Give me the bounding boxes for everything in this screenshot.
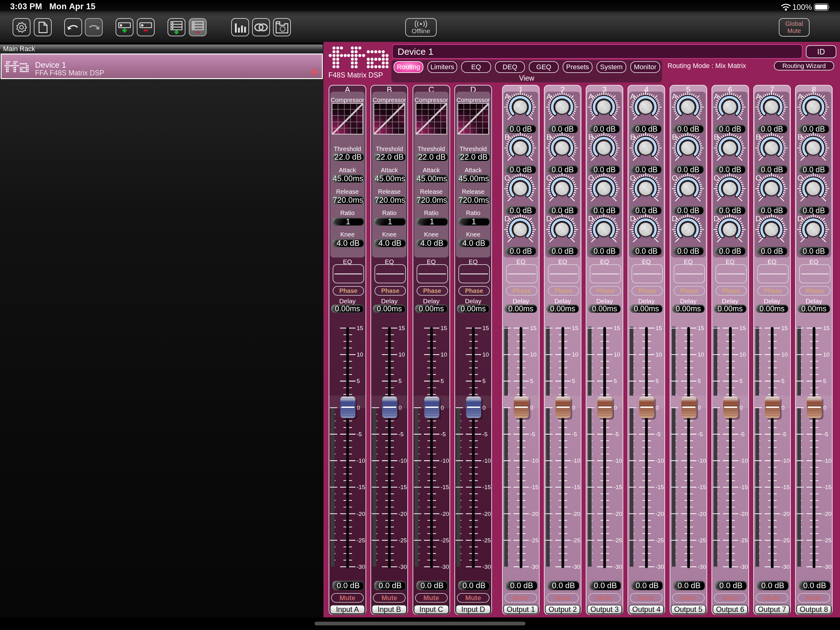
svg-text:-20: -20 bbox=[441, 511, 449, 517]
svg-text:-30: -30 bbox=[739, 564, 748, 570]
svg-text:-10: -10 bbox=[614, 457, 622, 464]
svg-text:-5: -5 bbox=[614, 431, 619, 437]
svg-text:-5: -5 bbox=[398, 431, 404, 437]
svg-text:-20: -20 bbox=[739, 511, 748, 517]
svg-text:-30: -30 bbox=[655, 564, 664, 570]
svg-text:0: 0 bbox=[781, 405, 785, 411]
svg-text:-20: -20 bbox=[698, 511, 706, 517]
svg-text:0: 0 bbox=[398, 405, 402, 411]
svg-text:-15: -15 bbox=[781, 484, 789, 490]
svg-text:5: 5 bbox=[823, 378, 826, 384]
svg-text:5: 5 bbox=[572, 378, 575, 384]
svg-text:-10: -10 bbox=[572, 457, 580, 464]
svg-text:-20: -20 bbox=[482, 511, 491, 517]
svg-text:-15: -15 bbox=[530, 484, 538, 490]
svg-text:-25: -25 bbox=[655, 537, 664, 544]
svg-text:10: 10 bbox=[482, 351, 489, 358]
svg-text:-25: -25 bbox=[530, 537, 538, 544]
svg-text:15: 15 bbox=[823, 325, 829, 331]
svg-text:15: 15 bbox=[698, 325, 704, 331]
svg-text:-10: -10 bbox=[530, 457, 538, 464]
svg-text:-30: -30 bbox=[781, 564, 789, 570]
svg-text:15: 15 bbox=[614, 325, 620, 331]
svg-text:15: 15 bbox=[530, 325, 537, 331]
svg-text:-25: -25 bbox=[398, 537, 407, 544]
svg-text:5: 5 bbox=[530, 378, 534, 384]
svg-text:10: 10 bbox=[572, 351, 578, 358]
svg-text:-30: -30 bbox=[698, 564, 706, 570]
svg-text:-30: -30 bbox=[482, 564, 491, 570]
svg-text:0: 0 bbox=[739, 405, 743, 411]
svg-text:-30: -30 bbox=[357, 564, 365, 570]
svg-text:-20: -20 bbox=[614, 511, 622, 517]
svg-text:5: 5 bbox=[614, 378, 617, 384]
svg-text:0: 0 bbox=[655, 405, 659, 411]
svg-text:-10: -10 bbox=[739, 457, 748, 464]
svg-text:-20: -20 bbox=[398, 511, 407, 517]
svg-text:-25: -25 bbox=[614, 537, 622, 544]
svg-text:5: 5 bbox=[357, 378, 360, 384]
svg-text:10: 10 bbox=[614, 351, 620, 358]
svg-text:0: 0 bbox=[698, 405, 701, 411]
svg-text:0: 0 bbox=[572, 405, 575, 411]
svg-text:-10: -10 bbox=[655, 457, 664, 464]
svg-text:-25: -25 bbox=[441, 537, 449, 544]
svg-text:-25: -25 bbox=[572, 537, 580, 544]
svg-text:5: 5 bbox=[482, 378, 486, 384]
svg-text:0: 0 bbox=[441, 405, 444, 411]
svg-text:15: 15 bbox=[655, 325, 662, 331]
svg-text:-30: -30 bbox=[441, 564, 449, 570]
svg-text:0: 0 bbox=[530, 405, 534, 411]
svg-text:-15: -15 bbox=[739, 484, 748, 490]
svg-text:-15: -15 bbox=[482, 484, 491, 490]
svg-text:-30: -30 bbox=[530, 564, 538, 570]
svg-text:-25: -25 bbox=[357, 537, 365, 544]
svg-text:-15: -15 bbox=[572, 484, 580, 490]
svg-text:0: 0 bbox=[614, 405, 617, 411]
svg-text:5: 5 bbox=[398, 378, 402, 384]
svg-text:-30: -30 bbox=[572, 564, 580, 570]
svg-text:-25: -25 bbox=[482, 537, 491, 544]
svg-text:10: 10 bbox=[823, 351, 829, 358]
svg-text:-15: -15 bbox=[698, 484, 706, 490]
svg-text:10: 10 bbox=[530, 351, 537, 358]
svg-text:-5: -5 bbox=[739, 431, 745, 437]
svg-text:15: 15 bbox=[398, 325, 405, 331]
svg-text:-20: -20 bbox=[357, 511, 365, 517]
svg-text:0: 0 bbox=[482, 405, 486, 411]
svg-text:-20: -20 bbox=[530, 511, 538, 517]
svg-text:5: 5 bbox=[698, 378, 701, 384]
svg-text:-10: -10 bbox=[698, 457, 706, 464]
svg-text:10: 10 bbox=[441, 351, 447, 358]
svg-text:5: 5 bbox=[655, 378, 659, 384]
svg-text:5: 5 bbox=[739, 378, 743, 384]
svg-text:-5: -5 bbox=[441, 431, 446, 437]
svg-text:-15: -15 bbox=[441, 484, 449, 490]
svg-text:15: 15 bbox=[357, 325, 363, 331]
svg-text:10: 10 bbox=[655, 351, 662, 358]
svg-text:0: 0 bbox=[823, 405, 826, 411]
svg-text:-30: -30 bbox=[614, 564, 622, 570]
svg-text:-20: -20 bbox=[655, 511, 664, 517]
svg-text:10: 10 bbox=[739, 351, 746, 358]
svg-text:-5: -5 bbox=[357, 431, 362, 437]
svg-text:-25: -25 bbox=[698, 537, 706, 544]
svg-text:-10: -10 bbox=[357, 457, 365, 464]
svg-text:-5: -5 bbox=[482, 431, 488, 437]
svg-text:10: 10 bbox=[698, 351, 704, 358]
svg-text:-15: -15 bbox=[357, 484, 365, 490]
svg-text:-25: -25 bbox=[739, 537, 748, 544]
svg-text:10: 10 bbox=[398, 351, 405, 358]
svg-text:-30: -30 bbox=[823, 564, 831, 570]
svg-text:-15: -15 bbox=[614, 484, 622, 490]
svg-text:15: 15 bbox=[781, 325, 788, 331]
svg-text:-5: -5 bbox=[655, 431, 661, 437]
svg-text:15: 15 bbox=[739, 325, 746, 331]
svg-text:-25: -25 bbox=[823, 537, 831, 544]
svg-text:0: 0 bbox=[357, 405, 360, 411]
svg-text:-15: -15 bbox=[655, 484, 664, 490]
svg-text:15: 15 bbox=[441, 325, 447, 331]
svg-text:-25: -25 bbox=[781, 537, 789, 544]
svg-text:-30: -30 bbox=[398, 564, 407, 570]
svg-text:10: 10 bbox=[357, 351, 363, 358]
